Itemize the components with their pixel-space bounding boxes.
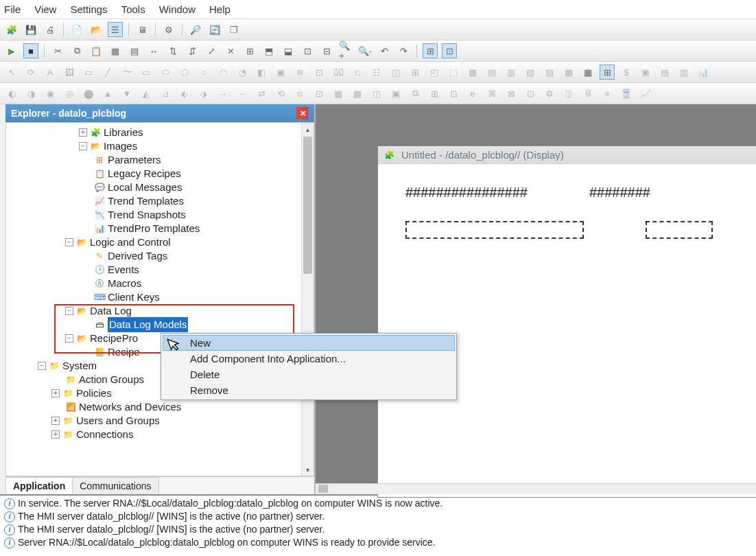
numeric-display-2[interactable]: ######## xyxy=(589,185,650,200)
redo-icon[interactable]: ↷ xyxy=(396,43,411,58)
obj-icon[interactable]: ⬚ xyxy=(446,65,461,80)
snap-icon[interactable]: ⊞ xyxy=(600,65,615,80)
save-icon[interactable]: 💾 xyxy=(23,22,38,37)
obj-icon[interactable]: ◧ xyxy=(254,65,269,80)
obj-icon[interactable]: 📊 xyxy=(696,65,711,80)
context-menu-delete[interactable]: Delete xyxy=(163,367,455,382)
obj-icon[interactable]: ⚙ xyxy=(542,86,557,101)
obj-icon[interactable]: ⬖ xyxy=(177,86,192,101)
obj-icon[interactable]: ▨ xyxy=(542,65,557,80)
open-folder-icon[interactable]: 📂 xyxy=(88,22,104,37)
obj-icon[interactable]: e xyxy=(465,86,480,101)
copy-icon[interactable]: ⧉ xyxy=(69,43,84,58)
obj-icon[interactable]: ⊡ xyxy=(311,86,327,101)
obj-icon[interactable]: ▲ xyxy=(100,86,115,101)
obj-icon[interactable]: ⬤ xyxy=(81,86,96,101)
tree-item-data-log[interactable]: −📂Data Log xyxy=(9,304,314,318)
numeric-display-1[interactable]: ################ xyxy=(405,185,528,200)
scroll-up-icon[interactable]: ▴ xyxy=(302,123,314,135)
tool-icon[interactable]: ↔ xyxy=(146,43,161,58)
tree-item-images[interactable]: −📂Images xyxy=(9,139,314,153)
tree-item-derived-tags[interactable]: ✎Derived Tags xyxy=(9,249,314,263)
collapse-icon[interactable]: − xyxy=(65,307,73,315)
expand-icon[interactable]: + xyxy=(51,417,60,425)
tree-item-trend-templates[interactable]: 📈Trend Templates xyxy=(9,194,314,208)
tree-item-networks[interactable]: 📶Networks and Devices xyxy=(9,400,314,414)
obj-icon[interactable]: 🛢 xyxy=(580,86,595,101)
tree-item-connections[interactable]: +📁Connections xyxy=(9,428,314,441)
obj-icon[interactable]: ◑ xyxy=(23,86,38,101)
obj-icon[interactable]: ⊞ xyxy=(427,86,442,101)
tool-icon[interactable]: ⬒ xyxy=(261,43,276,58)
obj-icon[interactable]: ⊿ xyxy=(158,86,173,101)
polyline-icon[interactable]: 〜 xyxy=(119,65,134,80)
obj-icon[interactable]: ⊞ xyxy=(407,65,423,80)
expand-icon[interactable]: + xyxy=(51,430,60,439)
tool-icon[interactable]: ⬓ xyxy=(281,43,296,58)
refresh-icon[interactable]: 🔄 xyxy=(207,22,222,37)
obj-icon[interactable]: $ xyxy=(619,65,634,80)
pointer-icon[interactable]: ↖ xyxy=(4,65,19,80)
polygon-icon[interactable]: ⬠ xyxy=(177,65,192,80)
obj-icon[interactable]: 🚆 xyxy=(619,86,634,101)
obj-icon[interactable]: ▧ xyxy=(523,65,538,80)
obj-icon[interactable]: ◐ xyxy=(4,86,19,101)
scroll-thumb[interactable] xyxy=(303,137,312,274)
obj-icon[interactable]: ▣ xyxy=(638,65,653,80)
scroll-down-icon[interactable]: ▾ xyxy=(302,463,314,476)
tool-icon[interactable]: ⊡ xyxy=(300,43,315,58)
obj-icon[interactable]: ▤ xyxy=(484,65,499,80)
collapse-icon[interactable]: − xyxy=(65,238,73,246)
obj-icon[interactable]: ▦ xyxy=(465,65,480,80)
rect-icon[interactable]: ▭ xyxy=(139,65,154,80)
canvas-horizontal-scrollbar[interactable] xyxy=(316,483,756,494)
obj-icon[interactable]: ⬗ xyxy=(196,86,211,101)
obj-icon[interactable]: 📈 xyxy=(638,86,653,101)
undo-icon[interactable]: ↶ xyxy=(377,43,392,58)
tree-item-macros[interactable]: ⒶMacros xyxy=(9,277,314,290)
tool-icon[interactable]: ⊟ xyxy=(319,43,334,58)
window-icon[interactable]: ❐ xyxy=(226,22,241,37)
expand-icon[interactable]: + xyxy=(79,128,87,137)
wedge-icon[interactable]: ◔ xyxy=(235,65,250,80)
close-icon[interactable]: ✕ xyxy=(296,107,309,119)
obj-icon[interactable]: ≋ xyxy=(292,65,307,80)
tree-item-parameters[interactable]: ⊞Parameters xyxy=(9,153,314,167)
roundrect-icon[interactable]: ⬭ xyxy=(158,65,173,80)
text-input-placeholder-1[interactable] xyxy=(405,221,584,239)
app-icon[interactable]: 🧩 xyxy=(4,22,19,37)
obj-icon[interactable]: ≡ xyxy=(600,86,615,101)
tree-scrollbar[interactable]: ▴ ▾ xyxy=(301,123,314,476)
obj-icon[interactable]: → xyxy=(215,86,231,101)
image-icon[interactable]: 🖼 xyxy=(62,65,77,80)
obj-icon[interactable]: ⊡ xyxy=(311,65,327,80)
tree-item-users[interactable]: +📁Users and Groups xyxy=(9,414,314,428)
obj-icon[interactable]: ▤ xyxy=(657,65,672,80)
rotate-icon[interactable]: ⟳ xyxy=(23,65,38,80)
tab-application[interactable]: Application xyxy=(5,477,73,494)
tool-icon[interactable]: ⊞ xyxy=(242,43,257,58)
display-window[interactable]: 🧩 Untitled - /datalo_plcblog// (Display)… xyxy=(377,146,756,498)
tree-item-legacy-recipes[interactable]: 📋Legacy Recipes xyxy=(9,167,314,181)
collapse-icon[interactable]: − xyxy=(38,362,46,370)
arc-icon[interactable]: ◠ xyxy=(215,65,231,80)
list-icon[interactable]: ☰ xyxy=(108,22,123,37)
cut-icon[interactable]: ✂ xyxy=(50,43,65,58)
monitor-icon[interactable]: 🖥 xyxy=(134,22,150,37)
tree-item-trendpro[interactable]: 📊TrendPro Templates xyxy=(9,222,314,235)
obj-icon[interactable]: ⊡ xyxy=(523,86,538,101)
tool-icon[interactable]: ⨯ xyxy=(223,43,238,58)
expand-icon[interactable]: + xyxy=(51,389,60,397)
paste-icon[interactable]: 📋 xyxy=(88,43,104,58)
obj-icon[interactable]: ← xyxy=(235,86,250,101)
zoom-out-icon[interactable]: 🔍- xyxy=(357,43,373,58)
obj-icon[interactable]: ◎ xyxy=(62,86,77,101)
tree-item-local-messages[interactable]: 💬Local Messages xyxy=(9,181,314,194)
tool-icon[interactable]: ▤ xyxy=(127,43,142,58)
tool-icon[interactable]: ⤢ xyxy=(204,43,219,58)
context-menu-new[interactable]: New xyxy=(163,335,455,351)
obj-icon[interactable]: ▩ xyxy=(350,86,365,101)
obj-icon[interactable]: ⍰ xyxy=(561,86,576,101)
obj-icon[interactable]: ▦ xyxy=(331,86,346,101)
obj-icon[interactable]: ⎌ xyxy=(350,65,365,80)
